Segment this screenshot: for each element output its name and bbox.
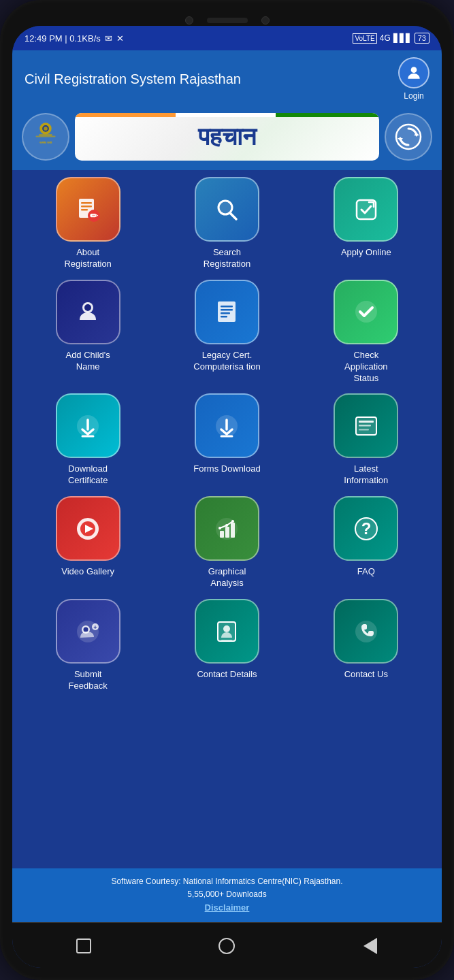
grid-icon-download-certificate xyxy=(56,393,120,458)
nav-back-button[interactable] xyxy=(355,931,385,961)
grid-label-graphical-analysis: Graphical Analysis xyxy=(193,566,261,589)
front-camera xyxy=(185,16,193,24)
svg-rect-32 xyxy=(359,421,374,423)
grid-item-contact-details[interactable]: Contact Details xyxy=(162,599,291,692)
grid-item-check-application[interactable]: Check Application Status xyxy=(302,280,431,385)
svg-rect-21 xyxy=(218,301,236,322)
svg-rect-13 xyxy=(81,209,88,211)
grid-item-graphical-analysis[interactable]: Graphical Analysis xyxy=(162,496,291,589)
grid-icon-check-application xyxy=(334,280,398,344)
phone-frame: 12:49 PM | 0.1KB/s ✉ ✕ VoLTE 4G ▋▋▋ 73 C… xyxy=(0,0,454,980)
grid-icon-legacy-cert xyxy=(195,280,259,344)
svg-rect-23 xyxy=(221,309,233,311)
grid-icon-graphical-analysis xyxy=(195,496,259,561)
nav-home-button[interactable] xyxy=(212,931,242,961)
svg-point-42 xyxy=(218,527,221,529)
svg-text:?: ? xyxy=(361,519,371,538)
login-label: Login xyxy=(404,91,423,101)
svg-rect-5 xyxy=(36,136,56,137)
login-button[interactable]: Login xyxy=(398,57,429,101)
grid-label-video-gallery: Video Gallery xyxy=(61,566,114,578)
svg-rect-22 xyxy=(221,306,233,308)
svg-point-54 xyxy=(223,625,230,632)
home-icon xyxy=(218,938,235,954)
grid-item-contact-us[interactable]: Contact Us xyxy=(302,599,431,692)
svg-point-43 xyxy=(225,524,228,527)
disclaimer-link[interactable]: Disclaimer xyxy=(22,901,432,915)
svg-point-0 xyxy=(411,67,417,73)
back-icon xyxy=(363,938,377,954)
sms-icon: ✉ xyxy=(105,33,112,44)
app-header: Civil Registration System Rajasthan Logi… xyxy=(12,50,442,108)
login-icon xyxy=(398,57,429,88)
grid-icon-latest-information xyxy=(334,393,398,458)
phone-notch xyxy=(12,12,442,26)
volte-icon: VoLTE xyxy=(353,33,376,44)
svg-rect-34 xyxy=(359,429,369,431)
software-credit: Software Courtesy: National Informatics … xyxy=(22,875,432,888)
grid-item-forms-download[interactable]: Forms Download xyxy=(162,393,291,487)
grid-icon-faq: ? xyxy=(334,496,398,561)
speaker xyxy=(207,18,248,23)
grid-icon-about-registration: ✏ xyxy=(56,177,120,242)
grid-item-submit-feedback[interactable]: + Submit Feedback xyxy=(23,599,152,692)
grid-icon-add-childs-name xyxy=(56,280,120,344)
grid-item-search-registration[interactable]: Search Registration xyxy=(162,177,291,270)
status-right: VoLTE 4G ▋▋▋ 73 xyxy=(353,33,429,44)
time-signal: 12:49 PM | 0.1KB/s xyxy=(25,33,101,44)
grid-label-contact-us: Contact Us xyxy=(344,669,388,681)
grid-item-legacy-cert[interactable]: Legacy Cert. Computerisa tion xyxy=(162,280,291,385)
svg-rect-24 xyxy=(221,312,230,314)
emblem-logo: सत्यमेव जयते xyxy=(22,113,69,161)
status-bar: 12:49 PM | 0.1KB/s ✉ ✕ VoLTE 4G ▋▋▋ 73 xyxy=(12,26,442,50)
grid-label-forms-download: Forms Download xyxy=(193,463,260,475)
grid-item-video-gallery[interactable]: Video Gallery xyxy=(23,496,152,589)
grid-item-latest-information[interactable]: Latest Information xyxy=(302,393,431,487)
svg-point-56 xyxy=(355,621,377,642)
svg-point-44 xyxy=(231,520,234,523)
grid-item-about-registration[interactable]: ✏ About Registration xyxy=(23,177,152,270)
grid-label-latest-information: Latest Information xyxy=(332,463,400,487)
nav-recent-button[interactable] xyxy=(69,931,99,961)
svg-point-49 xyxy=(84,627,88,632)
grid-label-submit-feedback: Submit Feedback xyxy=(54,669,122,692)
menu-grid: ✏ About Registration Search Registration… xyxy=(23,177,431,698)
grid-item-faq[interactable]: ? FAQ xyxy=(302,496,431,589)
status-left: 12:49 PM | 0.1KB/s ✉ ✕ xyxy=(25,33,124,44)
svg-rect-55 xyxy=(221,640,232,641)
svg-text:+: + xyxy=(94,624,97,631)
grid-label-download-certificate: Download Certificate xyxy=(54,463,122,487)
svg-point-3 xyxy=(44,127,48,131)
network-icon: 4G xyxy=(380,33,391,43)
grid-label-contact-details: Contact Details xyxy=(197,669,257,681)
svg-point-26 xyxy=(355,301,377,323)
grid-icon-apply-online xyxy=(334,177,398,242)
grid-icon-submit-feedback: + xyxy=(56,599,120,664)
svg-rect-4 xyxy=(39,134,52,135)
grid-icon-contact-us xyxy=(334,599,398,664)
grid-label-faq: FAQ xyxy=(357,566,375,578)
svg-rect-40 xyxy=(225,527,229,538)
grid-label-check-application: Check Application Status xyxy=(332,350,400,385)
nav-bar xyxy=(12,922,442,968)
grid-item-add-childs-name[interactable]: Add Child's Name xyxy=(23,280,152,385)
svg-rect-39 xyxy=(220,531,224,538)
grid-item-download-certificate[interactable]: Download Certificate xyxy=(23,393,152,487)
svg-line-17 xyxy=(230,213,236,219)
grid-icon-video-gallery xyxy=(56,496,120,561)
banner: सत्यमेव जयते पहचान xyxy=(12,108,442,170)
grid-label-search-registration: Search Registration xyxy=(193,247,261,270)
grid-icon-forms-download xyxy=(195,393,259,458)
signal-icon: ▋▋▋ xyxy=(393,33,412,43)
grid-icon-contact-details xyxy=(195,599,259,664)
svg-rect-33 xyxy=(359,425,371,427)
svg-text:✏: ✏ xyxy=(90,210,99,221)
refresh-icon[interactable] xyxy=(385,113,432,161)
recent-apps-icon xyxy=(76,938,91,953)
footer: Software Courtesy: National Informatics … xyxy=(12,868,442,922)
grid-label-about-registration: About Registration xyxy=(54,247,122,270)
data-icon: ✕ xyxy=(116,33,124,44)
app-title: Civil Registration System Rajasthan xyxy=(25,70,241,88)
svg-rect-11 xyxy=(81,202,92,204)
grid-item-apply-online[interactable]: Apply Online xyxy=(302,177,431,270)
